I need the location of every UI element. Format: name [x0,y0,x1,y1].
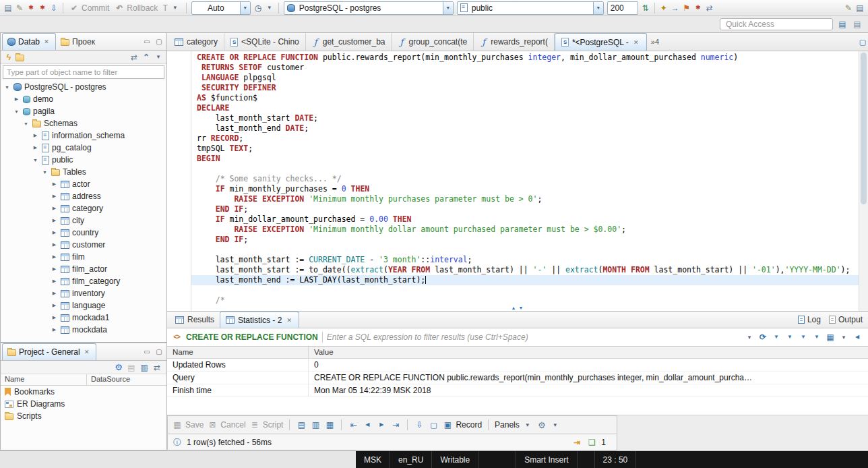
code-line[interactable]: last_month_start := to_date((extract(YEA… [191,265,859,275]
tree-item-demo[interactable]: ▶demo [1,93,166,105]
tree-item-pagila[interactable]: ▼pagila [1,105,166,117]
expand-icon[interactable]: ▶ [51,266,58,272]
tab-results[interactable]: Results [170,312,220,328]
project-settings-icon[interactable] [113,362,124,373]
link-with-editor-icon[interactable] [129,52,140,63]
tree-item-customer[interactable]: ▶customer [1,239,166,251]
expand-icon[interactable]: ▶ [51,291,58,296]
previous-row-icon[interactable] [362,419,373,430]
filter-custom-icon[interactable] [811,332,822,343]
minimize-panel-icon[interactable] [142,347,152,357]
tree-item-film[interactable]: ▶film [1,251,166,263]
maximize-editor-icon[interactable] [857,36,868,47]
table-row[interactable]: Finish timeMon Mar 05 14:22:39 MSK 2018 [167,384,868,397]
filter-clear-icon[interactable] [798,332,809,343]
collapse-icon[interactable]: ▼ [13,109,20,114]
fetch-page-icon[interactable] [414,419,425,430]
code-line[interactable]: RAISE EXCEPTION 'Minimum monthly dollar … [191,225,859,235]
compare-icon[interactable] [704,3,715,13]
quick-access-input[interactable] [720,18,833,30]
code-line[interactable]: BEGIN [191,154,859,164]
code-line[interactable]: SECURITY DEFINER [191,83,859,93]
code-line[interactable]: IF min_dollar_amount_purchased = 0.00 TH… [191,214,859,225]
code-line[interactable]: LANGUAGE plpgsql [191,73,859,83]
save-script-icon[interactable] [26,3,36,13]
code-area[interactable]: CREATE OR REPLACE FUNCTION public.reward… [191,51,859,311]
expand-icon[interactable]: ▶ [32,133,39,138]
tree-item-information-schema[interactable]: ▶information_schema [1,129,166,142]
collapse-all-icon[interactable] [141,52,152,63]
timezone-indicator[interactable]: MSK [356,451,390,468]
code-line[interactable]: END IF; [191,235,859,245]
chevron-down-icon[interactable] [264,3,275,13]
code-line[interactable]: /* [191,295,859,305]
save-as-script-icon[interactable] [37,3,48,13]
tree-item-tables[interactable]: ▼Tables [1,166,166,178]
code-line[interactable]: DECLARE [191,103,859,113]
editor-tab--sqlite-chino[interactable]: <SQLite - Chino [224,33,306,51]
tab-database-navigator[interactable]: Datab [2,33,56,50]
code-line[interactable]: END IF; [191,204,859,214]
tree-item-film-actor[interactable]: ▶film_actor [1,263,166,275]
filter-history-icon[interactable] [744,332,755,343]
editor-tab--postgresql-[interactable]: *<PostgreSQL - [555,33,647,51]
expand-icon[interactable]: ▶ [51,218,58,223]
column-name[interactable]: Name [1,374,87,385]
link-selection-icon[interactable] [152,362,162,373]
expand-icon[interactable]: ▶ [51,194,58,199]
tree-item-actor[interactable]: ▶actor [1,178,166,190]
customize-toolbar-icon[interactable] [843,3,854,13]
collapse-icon[interactable]: ▼ [22,121,30,126]
grid-view-icon[interactable] [296,419,307,430]
code-line[interactable]: last_month_end := LAST_DAY(last_month_st… [191,275,859,285]
refresh-icon[interactable] [757,332,768,343]
tree-item-inventory[interactable]: ▶inventory [1,287,166,299]
tree-item-schemas[interactable]: ▼Schemas [1,117,166,129]
code-line[interactable]: RETURNS SETOF customer [191,63,859,73]
clock-indicator[interactable]: 23 : 50 [595,451,637,468]
code-line[interactable]: last_month_start := CURRENT_DATE - '3 mo… [191,255,859,265]
text-view-icon[interactable] [310,419,321,430]
transaction-mode-button[interactable]: T [160,1,182,15]
filter-input[interactable] [327,332,740,342]
code-line[interactable]: CREATE OR REPLACE FUNCTION public.reward… [191,53,859,63]
tree-item-film-category[interactable]: ▶film_category [1,275,166,287]
table-row[interactable]: Updated Rows0 [167,359,868,372]
insert-mode-indicator[interactable]: Smart Insert [516,451,577,468]
tree-item-country[interactable]: ▶country [1,227,166,239]
editor-tab-category[interactable]: category [168,33,224,51]
commit-mode-combo[interactable]: Auto [191,1,251,15]
code-line[interactable] [191,245,859,255]
load-script-icon[interactable] [49,3,59,13]
tree-item-language[interactable]: ▶language [1,299,166,312]
view-menu-icon[interactable] [153,52,164,63]
transaction-log-icon[interactable] [253,3,264,13]
chevron-down-icon[interactable] [593,2,603,14]
record-view-icon[interactable] [324,419,335,430]
navigate-icon[interactable] [670,3,681,13]
sql-editor[interactable]: CREATE OR REPLACE FUNCTION public.reward… [167,51,868,311]
schema-combo[interactable]: public [457,1,604,15]
dbeaver-perspective-icon[interactable] [852,19,863,30]
expand-icon[interactable]: ▶ [51,230,58,235]
code-line[interactable]: AS $function$ [191,93,859,103]
code-line[interactable]: IF min_monthly_purchases = 0 THEN [191,184,859,194]
grid-options-icon[interactable] [825,332,836,343]
chevron-down-icon[interactable] [240,2,250,14]
cancel-button[interactable]: Cancel [207,419,245,430]
code-line[interactable]: RAISE EXCEPTION 'Minimum monthly purchas… [191,194,859,204]
tree-item-mockdata[interactable]: ▶mockdata [1,324,166,336]
output-button[interactable]: Output [829,315,863,324]
column-value-header[interactable]: Value [309,347,868,358]
commit-button[interactable]: Commit [67,1,111,15]
tab-project-general[interactable]: Project - General [2,343,96,360]
next-row-icon[interactable] [376,419,387,430]
connect-icon[interactable] [3,52,14,63]
expand-icon[interactable]: ▶ [51,206,58,211]
minimize-panel-icon[interactable] [142,36,152,47]
close-tab-icon[interactable] [83,348,91,356]
fetch-size-icon[interactable] [640,3,651,13]
code-line[interactable]: /* Some sanity checks... */ [191,174,859,184]
project-item-scripts[interactable]: Scripts [1,410,166,422]
row-limit-input[interactable] [607,1,638,15]
